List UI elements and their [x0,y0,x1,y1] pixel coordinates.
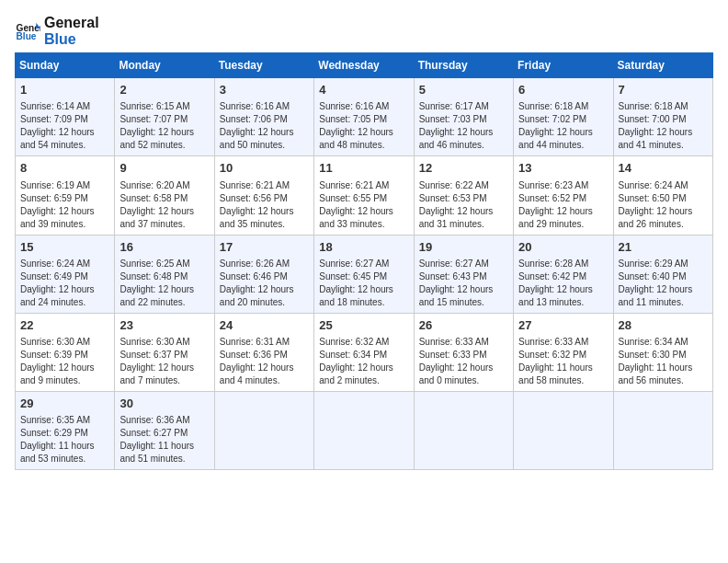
calendar-cell: 16Sunrise: 6:25 AM Sunset: 6:48 PM Dayli… [115,235,214,313]
calendar-cell: 13Sunrise: 6:23 AM Sunset: 6:52 PM Dayli… [514,156,613,235]
day-info: Sunrise: 6:28 AM Sunset: 6:42 PM Dayligh… [518,258,608,309]
day-number: 30 [119,396,209,412]
day-info: Sunrise: 6:25 AM Sunset: 6:48 PM Dayligh… [119,258,209,309]
day-info: Sunrise: 6:26 AM Sunset: 6:46 PM Dayligh… [220,258,309,309]
calendar-cell: 6Sunrise: 6:18 AM Sunset: 7:02 PM Daylig… [514,78,613,156]
calendar-cell: 17Sunrise: 6:26 AM Sunset: 6:46 PM Dayli… [214,235,313,313]
day-number: 11 [319,160,408,177]
col-header-saturday: Saturday [613,53,712,78]
day-info: Sunrise: 6:32 AM Sunset: 6:34 PM Dayligh… [319,336,408,387]
calendar-cell: 8Sunrise: 6:19 AM Sunset: 6:59 PM Daylig… [16,156,115,235]
day-number: 1 [20,82,109,98]
day-info: Sunrise: 6:24 AM Sunset: 6:49 PM Dayligh… [20,258,109,309]
col-header-sunday: Sunday [16,53,115,78]
calendar-cell: 7Sunrise: 6:18 AM Sunset: 7:00 PM Daylig… [613,78,712,156]
calendar-cell: 25Sunrise: 6:32 AM Sunset: 6:34 PM Dayli… [314,313,414,391]
day-number: 17 [220,239,309,256]
day-info: Sunrise: 6:33 AM Sunset: 6:33 PM Dayligh… [419,336,508,387]
day-number: 10 [220,160,309,177]
calendar-cell: 23Sunrise: 6:30 AM Sunset: 6:37 PM Dayli… [115,313,214,391]
calendar-week-4: 22Sunrise: 6:30 AM Sunset: 6:39 PM Dayli… [16,313,713,391]
calendar-cell: 12Sunrise: 6:22 AM Sunset: 6:53 PM Dayli… [414,156,513,235]
col-header-thursday: Thursday [414,53,513,78]
day-info: Sunrise: 6:36 AM Sunset: 6:27 PM Dayligh… [119,414,209,465]
calendar-header: SundayMondayTuesdayWednesdayThursdayFrid… [16,53,713,78]
calendar-cell [214,391,313,469]
calendar-cell [613,391,712,469]
day-info: Sunrise: 6:19 AM Sunset: 6:59 PM Dayligh… [20,179,109,231]
calendar-cell: 2Sunrise: 6:15 AM Sunset: 7:07 PM Daylig… [115,78,214,156]
day-info: Sunrise: 6:17 AM Sunset: 7:03 PM Dayligh… [419,100,508,152]
calendar-cell: 10Sunrise: 6:21 AM Sunset: 6:56 PM Dayli… [214,156,313,235]
day-info: Sunrise: 6:34 AM Sunset: 6:30 PM Dayligh… [619,336,708,387]
calendar-week-5: 29Sunrise: 6:35 AM Sunset: 6:29 PM Dayli… [16,391,713,469]
day-number: 4 [319,82,408,98]
day-info: Sunrise: 6:18 AM Sunset: 7:00 PM Dayligh… [619,100,708,152]
calendar-cell: 26Sunrise: 6:33 AM Sunset: 6:33 PM Dayli… [414,313,513,391]
day-info: Sunrise: 6:16 AM Sunset: 7:06 PM Dayligh… [220,100,309,152]
calendar-cell [414,391,513,469]
day-info: Sunrise: 6:18 AM Sunset: 7:02 PM Dayligh… [518,100,608,152]
day-info: Sunrise: 6:22 AM Sunset: 6:53 PM Dayligh… [419,179,508,231]
day-number: 23 [119,317,209,334]
calendar-cell: 21Sunrise: 6:29 AM Sunset: 6:40 PM Dayli… [613,235,712,313]
calendar-cell: 27Sunrise: 6:33 AM Sunset: 6:32 PM Dayli… [514,313,613,391]
day-number: 14 [619,160,708,177]
day-number: 26 [419,317,508,334]
day-info: Sunrise: 6:23 AM Sunset: 6:52 PM Dayligh… [518,179,608,231]
day-number: 20 [518,239,608,256]
calendar-cell: 19Sunrise: 6:27 AM Sunset: 6:43 PM Dayli… [414,235,513,313]
day-number: 27 [518,317,608,334]
day-number: 25 [319,317,408,334]
calendar-cell: 5Sunrise: 6:17 AM Sunset: 7:03 PM Daylig… [414,78,513,156]
day-info: Sunrise: 6:30 AM Sunset: 6:37 PM Dayligh… [119,336,209,387]
day-info: Sunrise: 6:14 AM Sunset: 7:09 PM Dayligh… [20,100,109,152]
logo: General Blue General Blue [15,15,99,47]
day-info: Sunrise: 6:24 AM Sunset: 6:50 PM Dayligh… [619,179,708,231]
day-number: 13 [518,160,608,177]
day-info: Sunrise: 6:21 AM Sunset: 6:56 PM Dayligh… [220,179,309,231]
day-info: Sunrise: 6:16 AM Sunset: 7:05 PM Dayligh… [319,100,408,152]
day-info: Sunrise: 6:20 AM Sunset: 6:58 PM Dayligh… [119,179,209,231]
calendar-cell: 9Sunrise: 6:20 AM Sunset: 6:58 PM Daylig… [115,156,214,235]
day-number: 29 [20,396,109,412]
calendar-cell: 11Sunrise: 6:21 AM Sunset: 6:55 PM Dayli… [314,156,414,235]
calendar-cell: 29Sunrise: 6:35 AM Sunset: 6:29 PM Dayli… [16,391,115,469]
calendar-cell [514,391,613,469]
calendar-cell: 22Sunrise: 6:30 AM Sunset: 6:39 PM Dayli… [16,313,115,391]
logo-icon: General Blue [15,18,40,44]
calendar-week-3: 15Sunrise: 6:24 AM Sunset: 6:49 PM Dayli… [16,235,713,313]
logo-general: General [44,15,99,30]
day-number: 9 [119,160,209,177]
day-number: 19 [419,239,508,256]
day-number: 12 [419,160,508,177]
day-number: 7 [619,82,708,98]
day-number: 3 [220,82,309,98]
day-info: Sunrise: 6:33 AM Sunset: 6:32 PM Dayligh… [518,336,608,387]
day-number: 8 [20,160,109,177]
calendar-cell: 30Sunrise: 6:36 AM Sunset: 6:27 PM Dayli… [115,391,214,469]
day-info: Sunrise: 6:21 AM Sunset: 6:55 PM Dayligh… [319,179,408,231]
calendar-cell: 3Sunrise: 6:16 AM Sunset: 7:06 PM Daylig… [214,78,313,156]
calendar-cell: 28Sunrise: 6:34 AM Sunset: 6:30 PM Dayli… [613,313,712,391]
day-number: 5 [419,82,508,98]
col-header-friday: Friday [514,53,613,78]
day-number: 28 [619,317,708,334]
day-number: 16 [119,239,209,256]
col-header-monday: Monday [115,53,214,78]
logo-blue: Blue [44,31,76,47]
day-number: 2 [119,82,209,98]
day-number: 15 [20,239,109,256]
calendar-week-2: 8Sunrise: 6:19 AM Sunset: 6:59 PM Daylig… [16,156,713,235]
day-number: 22 [20,317,109,334]
calendar-cell: 15Sunrise: 6:24 AM Sunset: 6:49 PM Dayli… [16,235,115,313]
calendar-cell: 20Sunrise: 6:28 AM Sunset: 6:42 PM Dayli… [514,235,613,313]
day-info: Sunrise: 6:27 AM Sunset: 6:45 PM Dayligh… [319,258,408,309]
day-info: Sunrise: 6:29 AM Sunset: 6:40 PM Dayligh… [619,258,708,309]
calendar-cell: 18Sunrise: 6:27 AM Sunset: 6:45 PM Dayli… [314,235,414,313]
day-info: Sunrise: 6:31 AM Sunset: 6:36 PM Dayligh… [220,336,309,387]
calendar-cell: 4Sunrise: 6:16 AM Sunset: 7:05 PM Daylig… [314,78,414,156]
day-info: Sunrise: 6:27 AM Sunset: 6:43 PM Dayligh… [419,258,508,309]
header: General Blue General Blue [15,15,713,47]
col-header-wednesday: Wednesday [314,53,414,78]
